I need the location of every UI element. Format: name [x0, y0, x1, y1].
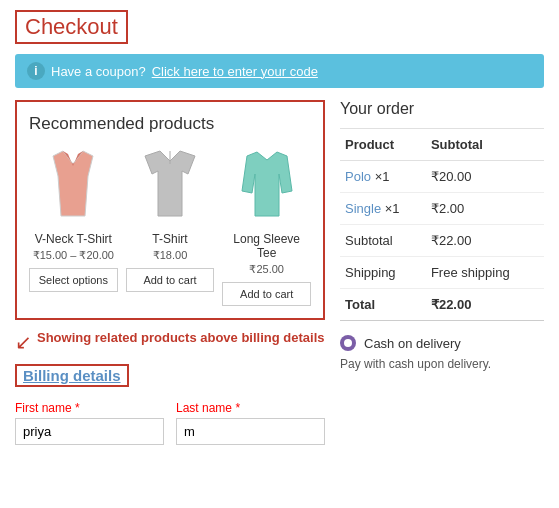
add-to-cart-button-tshirt[interactable]: Add to cart	[126, 268, 215, 292]
recommended-products-box: Recommended products V-Neck T-Shirt ₹1	[15, 100, 325, 320]
name-form-row: First name * Last name *	[15, 401, 325, 445]
add-to-cart-button-longsleeve[interactable]: Add to cart	[222, 282, 311, 306]
polo-price: ₹20.00	[426, 161, 544, 193]
last-name-group: Last name *	[176, 401, 325, 445]
product-card-tshirt: T-Shirt ₹18.00 Add to cart	[126, 146, 215, 306]
order-item-single-name: Single ×1	[340, 193, 426, 225]
arrow-icon: ↙	[15, 330, 32, 354]
shipping-label: Shipping	[340, 257, 426, 289]
first-name-group: First name *	[15, 401, 164, 445]
first-name-required: *	[75, 401, 80, 415]
subtotal-value: ₹22.00	[426, 225, 544, 257]
order-item-polo: Polo ×1 ₹20.00	[340, 161, 544, 193]
single-qty: ×1	[385, 201, 400, 216]
payment-description: Pay with cash upon delivery.	[340, 357, 544, 371]
polo-qty: ×1	[375, 169, 390, 184]
payment-section: Cash on delivery Pay with cash upon deli…	[340, 335, 544, 371]
right-column: Your order Product Subtotal Polo ×1 ₹20.…	[340, 100, 544, 445]
polo-link[interactable]: Polo	[345, 169, 371, 184]
product-card-vneck: V-Neck T-Shirt ₹15.00 – ₹20.00 Select op…	[29, 146, 118, 306]
last-name-required: *	[235, 401, 240, 415]
product-name-longsleeve: Long Sleeve Tee	[222, 232, 311, 260]
col-product: Product	[340, 129, 426, 161]
product-name-vneck: V-Neck T-Shirt	[29, 232, 118, 246]
products-grid: V-Neck T-Shirt ₹15.00 – ₹20.00 Select op…	[29, 146, 311, 306]
billing-section: Billing details First name * Last name *	[15, 364, 325, 445]
order-table: Product Subtotal Polo ×1 ₹20.00	[340, 128, 544, 321]
order-item-polo-name: Polo ×1	[340, 161, 426, 193]
subtotal-row: Subtotal ₹22.00	[340, 225, 544, 257]
order-item-single: Single ×1 ₹2.00	[340, 193, 544, 225]
payment-label-cod: Cash on delivery	[364, 336, 461, 351]
total-row: Total ₹22.00	[340, 289, 544, 321]
select-options-button-vneck[interactable]: Select options	[29, 268, 118, 292]
coupon-text: Have a coupon?	[51, 64, 146, 79]
annotation-area: ↙ Showing related products above billing…	[15, 330, 325, 354]
svg-marker-4	[242, 152, 292, 216]
last-name-input[interactable]	[176, 418, 325, 445]
product-price-vneck: ₹15.00 – ₹20.00	[29, 249, 118, 262]
single-link[interactable]: Single	[345, 201, 381, 216]
product-price-tshirt: ₹18.00	[126, 249, 215, 262]
subtotal-label: Subtotal	[340, 225, 426, 257]
left-column: Recommended products V-Neck T-Shirt ₹1	[15, 100, 325, 445]
product-image-tshirt	[130, 146, 210, 226]
first-name-input[interactable]	[15, 418, 164, 445]
total-label: Total	[340, 289, 426, 321]
coupon-bar: i Have a coupon? Click here to enter you…	[15, 54, 544, 88]
col-subtotal: Subtotal	[426, 129, 544, 161]
radio-cod[interactable]	[340, 335, 356, 351]
annotation-text: Showing related products above billing d…	[37, 330, 325, 345]
product-image-longsleeve	[227, 146, 307, 226]
product-card-longsleeve: Long Sleeve Tee ₹25.00 Add to cart	[222, 146, 311, 306]
last-name-label: Last name *	[176, 401, 325, 415]
coupon-link[interactable]: Click here to enter your code	[152, 64, 318, 79]
single-price: ₹2.00	[426, 193, 544, 225]
page-title: Checkout	[15, 10, 128, 44]
svg-marker-0	[53, 151, 93, 216]
shipping-value: Free shipping	[426, 257, 544, 289]
first-name-label: First name *	[15, 401, 164, 415]
product-image-vneck	[33, 146, 113, 226]
info-icon: i	[27, 62, 45, 80]
payment-option-cod: Cash on delivery	[340, 335, 544, 351]
order-title: Your order	[340, 100, 544, 118]
shipping-row: Shipping Free shipping	[340, 257, 544, 289]
product-price-longsleeve: ₹25.00	[222, 263, 311, 276]
product-name-tshirt: T-Shirt	[126, 232, 215, 246]
recommended-title: Recommended products	[29, 114, 311, 134]
billing-title: Billing details	[15, 364, 129, 387]
total-value: ₹22.00	[426, 289, 544, 321]
